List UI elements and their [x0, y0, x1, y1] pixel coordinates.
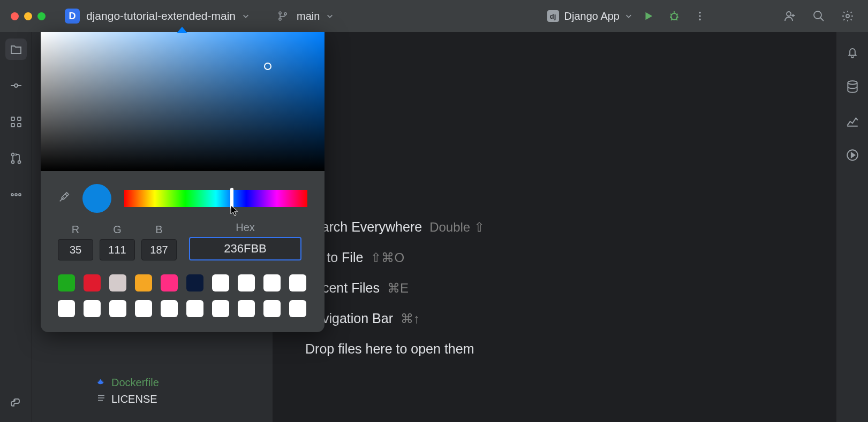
svg-point-8	[814, 11, 821, 19]
preset-swatch[interactable]	[161, 300, 178, 317]
cursor-icon	[230, 205, 239, 217]
svg-point-4	[699, 12, 701, 14]
b-label: B	[155, 224, 162, 236]
r-input[interactable]	[58, 239, 93, 260]
svg-rect-13	[11, 124, 14, 127]
chevron-down-icon[interactable]	[326, 12, 334, 20]
hint-navigation-bar: Navigation Bar ⌘↑	[305, 311, 836, 326]
svg-point-18	[11, 194, 13, 196]
svg-point-21	[14, 400, 15, 401]
preset-swatch[interactable]	[84, 274, 101, 291]
hex-label: Hex	[236, 221, 255, 234]
more-tools-button[interactable]	[5, 184, 27, 205]
preset-swatch[interactable]	[135, 300, 152, 317]
editor-empty-state: Search Everywhere Double ⇧ Go to File ⇧⌘…	[273, 32, 836, 422]
maximize-window-button[interactable]	[37, 12, 46, 20]
svg-point-1	[279, 18, 281, 20]
pull-requests-tool-button[interactable]	[5, 148, 27, 169]
preset-swatch[interactable]	[109, 300, 126, 317]
database-tool-button[interactable]	[843, 77, 862, 96]
docker-icon	[96, 377, 106, 389]
hue-slider[interactable]	[124, 190, 307, 207]
svg-point-15	[11, 154, 14, 156]
minimize-window-button[interactable]	[24, 12, 32, 20]
svg-point-5	[699, 15, 701, 17]
run-config-name: Django App	[564, 10, 620, 22]
hint-shortcut: ⌘↑	[401, 311, 420, 326]
preset-swatch[interactable]	[289, 300, 306, 317]
preset-swatch[interactable]	[238, 300, 255, 317]
current-color-swatch	[82, 184, 111, 213]
preset-swatch[interactable]	[263, 274, 281, 291]
preset-swatch[interactable]	[186, 300, 203, 317]
left-tool-rail	[0, 32, 32, 422]
git-branch-name[interactable]: main	[297, 10, 320, 22]
git-branch-icon[interactable]	[277, 11, 288, 21]
preset-swatch[interactable]	[161, 274, 178, 291]
python-console-button[interactable]	[5, 393, 27, 415]
svg-point-2	[284, 13, 286, 15]
analytics-tool-button[interactable]	[843, 111, 862, 131]
search-button[interactable]	[809, 6, 828, 26]
run-config-selector[interactable]: dj Django App	[547, 10, 632, 22]
add-user-button[interactable]	[780, 6, 799, 26]
hint-search-everywhere: Search Everywhere Double ⇧	[305, 219, 836, 235]
hex-input[interactable]	[189, 237, 301, 260]
preset-swatch[interactable]	[58, 274, 75, 291]
b-input[interactable]	[141, 239, 177, 260]
svg-rect-14	[18, 124, 21, 127]
preset-swatch[interactable]	[58, 300, 75, 317]
tree-item-license[interactable]: LICENSE	[96, 391, 273, 408]
chevron-down-icon[interactable]	[242, 12, 250, 20]
run-button[interactable]	[639, 6, 658, 26]
preset-swatch[interactable]	[238, 274, 255, 291]
hint-go-to-file: Go to File ⇧⌘O	[305, 250, 836, 265]
chevron-down-icon	[625, 12, 632, 20]
project-name[interactable]: django-tutorial-extended-main	[86, 10, 236, 22]
eyedropper-button[interactable]	[58, 191, 70, 205]
preset-swatch[interactable]	[263, 300, 281, 317]
window-controls	[11, 12, 46, 20]
color-picker-popup: R G B Hex	[41, 32, 324, 332]
right-tool-rail	[836, 32, 868, 422]
preset-swatch[interactable]	[289, 274, 306, 291]
settings-button[interactable]	[838, 6, 857, 26]
svg-point-7	[787, 12, 791, 16]
svg-rect-11	[11, 117, 14, 120]
preset-swatch[interactable]	[212, 274, 229, 291]
svg-point-19	[15, 194, 17, 196]
debug-button[interactable]	[665, 6, 684, 26]
notifications-button[interactable]	[843, 43, 862, 62]
saturation-field[interactable]	[41, 32, 324, 171]
g-label: G	[113, 224, 122, 236]
preset-swatch[interactable]	[186, 274, 203, 291]
g-input[interactable]	[100, 239, 135, 260]
popup-pointer	[177, 27, 187, 33]
r-label: R	[72, 224, 79, 236]
tree-item-label: Dockerfile	[111, 377, 159, 389]
project-badge-icon: D	[65, 9, 80, 24]
preset-swatches	[41, 270, 324, 332]
hint-shortcut: ⌘E	[387, 281, 409, 296]
preset-swatch[interactable]	[212, 300, 229, 317]
tree-item-dockerfile[interactable]: Dockerfile	[96, 374, 273, 391]
commit-tool-button[interactable]	[5, 75, 27, 96]
preset-swatch[interactable]	[135, 274, 152, 291]
hint-shortcut: Double ⇧	[429, 220, 485, 235]
django-icon: dj	[547, 10, 559, 22]
preset-swatch[interactable]	[109, 274, 126, 291]
svg-point-6	[699, 19, 701, 21]
svg-point-10	[14, 84, 18, 87]
project-tool-button[interactable]	[5, 39, 27, 60]
structure-tool-button[interactable]	[5, 111, 27, 133]
svg-point-0	[279, 12, 281, 14]
close-window-button[interactable]	[11, 12, 19, 20]
svg-point-9	[846, 14, 849, 18]
hint-shortcut: ⇧⌘O	[371, 250, 404, 265]
saturation-handle[interactable]	[264, 63, 271, 70]
hint-drop-files: Drop files here to open them	[305, 341, 836, 357]
preset-swatch[interactable]	[84, 300, 101, 317]
svg-point-22	[848, 81, 857, 85]
run-anything-button[interactable]	[843, 145, 862, 165]
more-actions-button[interactable]	[690, 6, 710, 26]
